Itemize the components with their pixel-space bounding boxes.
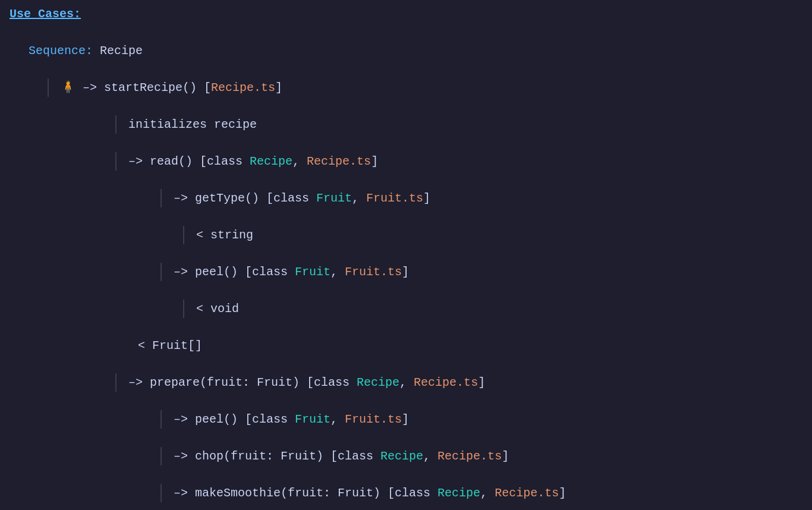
peel-line-2: –> peel() [class Fruit, Fruit.ts] (0, 410, 812, 429)
chop-line: –> chop(fruit: Fruit) [class Recipe, Rec… (0, 447, 812, 465)
read-line: –> read() [class Recipe, Recipe.ts] (0, 152, 812, 171)
heading-text: Use Cases: (10, 5, 81, 23)
initializes-line: initializes recipe (0, 115, 812, 134)
string-return-line: < string (0, 226, 812, 244)
make-smoothie-line: –> makeSmoothie(fruit: Fruit) [class Rec… (0, 484, 812, 502)
sequence-keyword: Sequence: (29, 42, 93, 60)
fruit-array-return-line: < Fruit[] (0, 336, 812, 355)
peel-line-1: –> peel() [class Fruit, Fruit.ts] (0, 263, 812, 281)
get-type-line: –> getType() [class Fruit, Fruit.ts] (0, 189, 812, 207)
void-return-line: < void (0, 300, 812, 318)
start-recipe-line: 🧍 –> startRecipe() [Recipe.ts] (0, 78, 812, 97)
sequence-line: Sequence: Recipe (0, 42, 812, 60)
code-view: Use Cases: Sequence: Recipe 🧍 –> startRe… (0, 0, 812, 510)
prepare-line: –> prepare(fruit: Fruit) [class Recipe, … (0, 373, 812, 392)
use-cases-heading: Use Cases: (0, 5, 812, 23)
